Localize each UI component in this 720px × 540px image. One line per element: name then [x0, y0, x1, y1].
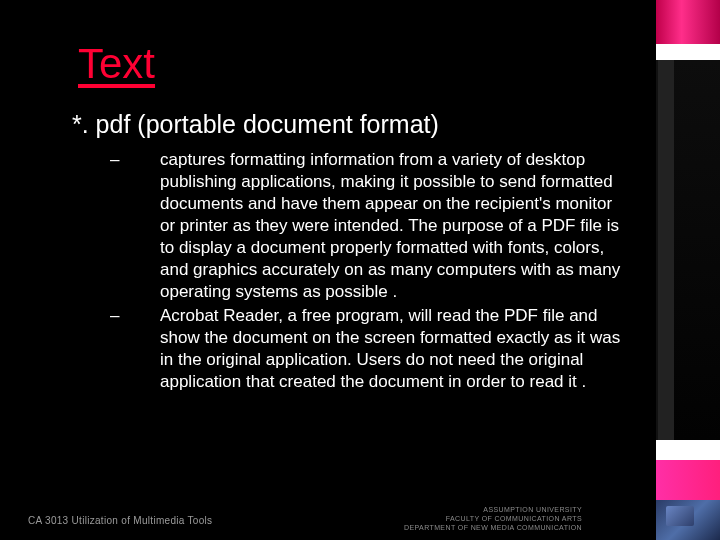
ribbon-segment — [656, 60, 674, 440]
decorative-ribbon — [656, 0, 720, 540]
slide-subheading: *. pdf (portable document format) — [72, 110, 660, 139]
bullet-text: Acrobat Reader, a free program, will rea… — [160, 305, 630, 393]
bullet-dash: – — [100, 305, 160, 327]
list-item: – captures formatting information from a… — [100, 149, 660, 303]
bullet-list: – captures formatting information from a… — [100, 149, 660, 393]
ribbon-segment — [656, 44, 720, 60]
ribbon-segment — [656, 440, 720, 460]
footer-course-code: CA 3013 Utilization of Multimedia Tools — [28, 515, 212, 526]
ribbon-segment — [656, 460, 720, 500]
bullet-text: captures formatting information from a v… — [160, 149, 630, 303]
slide: Text *. pdf (portable document format) –… — [0, 0, 660, 540]
slide-title: Text — [78, 40, 660, 88]
footer-line: ASSUMPTION UNIVERSITY — [404, 505, 582, 514]
footer-line: FACULTY OF COMMUNICATION ARTS — [404, 514, 582, 523]
footer-line: DEPARTMENT OF NEW MEDIA COMMUNICATION — [404, 523, 582, 532]
ribbon-segment — [674, 60, 720, 440]
ribbon-device-icon — [656, 500, 720, 540]
list-item: – Acrobat Reader, a free program, will r… — [100, 305, 660, 393]
bullet-dash: – — [100, 149, 160, 171]
ribbon-segment — [656, 0, 720, 44]
footer-affiliation: ASSUMPTION UNIVERSITY FACULTY OF COMMUNI… — [404, 505, 582, 532]
